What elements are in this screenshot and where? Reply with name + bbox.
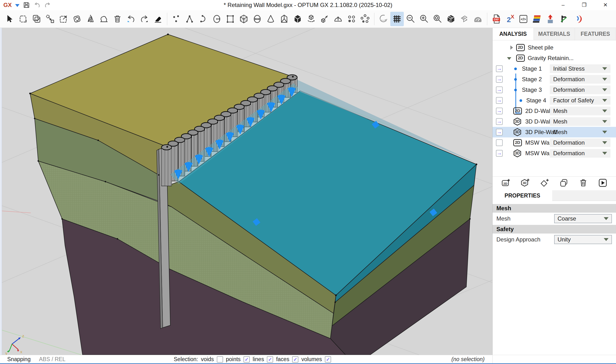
offset-sweep-icon[interactable] <box>97 12 111 26</box>
redo-icon[interactable] <box>138 12 151 26</box>
stage-type-dropdown[interactable]: Deformation <box>550 75 610 84</box>
draw-arc-icon[interactable] <box>196 12 210 26</box>
add-stage-button[interactable] <box>539 177 551 188</box>
draw-box-icon[interactable] <box>237 12 251 26</box>
script-editor-icon[interactable]: </> <box>517 12 530 26</box>
tree-row-stage-4[interactable]: → Stage 4 Factor of Safety <box>492 95 616 106</box>
import-upload-icon[interactable] <box>544 12 557 26</box>
add-3d-analysis-button[interactable]: 3D <box>519 177 531 188</box>
mesh-dropdown[interactable]: Coarse <box>554 214 612 223</box>
tree-row-2d-d-wall[interactable]: → 2D 2D D-Wall Mesh <box>492 106 616 116</box>
draw-points-icon[interactable] <box>170 12 183 26</box>
tab-features[interactable]: FEATURES <box>575 28 616 40</box>
run-checkbox[interactable]: → <box>496 150 503 157</box>
extrude-icon[interactable] <box>318 12 331 26</box>
rotate-shape-icon[interactable] <box>70 12 84 26</box>
draw-wedge-icon[interactable] <box>291 12 304 26</box>
select-tool-icon[interactable] <box>3 12 16 26</box>
undo-icon[interactable] <box>124 12 138 26</box>
erase-icon[interactable] <box>151 12 165 26</box>
tree-row-stage-1[interactable]: → Stage 1 Initial Stress <box>492 64 616 74</box>
tree-row-3d-d-wall[interactable]: → 3D 3D D-Wall Mesh <box>492 116 616 127</box>
scene-3d-view[interactable]: z x y <box>2 28 492 355</box>
delete-button[interactable] <box>577 177 589 188</box>
filter-lines-checkbox[interactable]: ✓ <box>267 356 273 363</box>
zoom-out-icon[interactable] <box>404 12 417 26</box>
tree-row-msw-wall-extruded[interactable]: → 3D MSW Wall - Extr... Deformation <box>492 148 616 158</box>
analysis-type-dropdown[interactable]: Mesh <box>550 128 610 136</box>
minimize-button[interactable]: – <box>552 0 574 10</box>
run-checkbox-unchecked[interactable] <box>496 139 503 146</box>
abs-rel-toggle[interactable]: ABS / REL <box>39 356 65 363</box>
tab-materials[interactable]: MATERIALS <box>534 28 575 40</box>
filter-volumes-checkbox[interactable]: ✓ <box>325 356 331 363</box>
close-button[interactable]: ✕ <box>595 0 616 10</box>
revolve-icon[interactable] <box>304 12 318 26</box>
run-checkbox[interactable]: → <box>496 129 503 135</box>
section-hatch-icon[interactable] <box>458 12 471 26</box>
analysis-type-dropdown[interactable]: Mesh <box>550 107 610 115</box>
stage-label[interactable]: Stage 4 <box>526 97 546 104</box>
redo-icon[interactable] <box>44 1 51 9</box>
pattern-points-icon[interactable] <box>345 12 358 26</box>
analysis-type-dropdown[interactable]: Mesh <box>550 117 610 126</box>
mesh-view-icon[interactable] <box>444 12 458 26</box>
draw-prism-icon[interactable] <box>278 12 291 26</box>
delete-icon[interactable] <box>111 12 124 26</box>
save-icon[interactable] <box>23 1 30 9</box>
expander-expanded-icon[interactable] <box>507 57 511 60</box>
tree-row-gravity-retaining[interactable]: 2D Gravity Retainin... <box>492 53 616 64</box>
tree-row-stage-2[interactable]: → Stage 2 Deformation <box>492 74 616 85</box>
draw-circle-icon[interactable] <box>210 12 224 26</box>
duplicate-button[interactable] <box>558 177 570 188</box>
zoom-selection-icon[interactable] <box>431 12 444 26</box>
run-analysis-button[interactable] <box>597 177 609 188</box>
analysis-type-dropdown[interactable]: Deformation <box>550 138 610 147</box>
resize-node-icon[interactable] <box>57 12 70 26</box>
stage-run-checkbox[interactable]: → <box>496 65 503 72</box>
results-icon[interactable] <box>571 12 584 26</box>
app-menu-caret-icon[interactable] <box>15 4 19 7</box>
mirror-icon[interactable] <box>84 12 97 26</box>
filter-voids-checkbox[interactable] <box>217 356 223 363</box>
analysis-label[interactable]: MSW Wall <box>525 139 552 146</box>
tree-row-msw-wall[interactable]: 2D MSW Wall Deformation <box>492 137 616 148</box>
tree-row-stage-3[interactable]: → Stage 3 Deformation <box>492 85 616 95</box>
stage-type-dropdown[interactable]: Initial Stress <box>550 65 610 73</box>
maximize-button[interactable]: ❐ <box>574 0 595 10</box>
tab-analysis[interactable]: ANALYSIS <box>492 28 534 40</box>
tree-row-3d-pile-wall[interactable]: → 3D 3D Pile-Wall Mesh <box>492 127 616 137</box>
filter-faces-checkbox[interactable]: ✓ <box>292 356 298 363</box>
tree-label[interactable]: Gravity Retainin... <box>528 55 574 62</box>
zoom-in-icon[interactable] <box>417 12 431 26</box>
pile-feature-icon[interactable] <box>557 12 571 26</box>
export-dxf-icon[interactable]: DXF <box>490 12 503 26</box>
undo-icon[interactable] <box>33 1 41 9</box>
analysis-label[interactable]: 2D D-Wall <box>525 108 551 114</box>
stage-type-dropdown[interactable]: Factor of Safety <box>550 96 610 105</box>
analysis-type-dropdown[interactable]: Deformation <box>550 149 610 158</box>
analysis-label[interactable]: 3D D-Wall <box>525 118 551 125</box>
run-checkbox[interactable]: → <box>496 118 503 125</box>
gauge-icon[interactable] <box>471 12 485 26</box>
tree-label[interactable]: Sheet pile <box>528 44 553 51</box>
stage-label[interactable]: Stage 2 <box>522 76 542 83</box>
pattern-cluster-icon[interactable] <box>358 12 372 26</box>
design-approach-dropdown[interactable]: Unity <box>554 235 612 244</box>
snapping-toggle[interactable]: Snapping <box>7 356 30 363</box>
filter-points-checkbox[interactable]: ✓ <box>243 356 250 363</box>
layers-flag-icon[interactable] <box>530 12 544 26</box>
box-select-icon[interactable] <box>16 12 30 26</box>
move-node-icon[interactable] <box>43 12 57 26</box>
stage-run-checkbox[interactable]: → <box>496 87 503 93</box>
loft-dome-icon[interactable] <box>331 12 345 26</box>
draw-polyline-icon[interactable] <box>183 12 196 26</box>
select-check-icon[interactable] <box>30 12 43 26</box>
stage-label[interactable]: Stage 3 <box>522 87 542 93</box>
stage-run-checkbox[interactable]: → <box>496 76 503 83</box>
stage-run-checkbox[interactable]: → <box>496 97 503 104</box>
tree-row-sheet-pile[interactable]: 2D Sheet pile <box>492 42 616 53</box>
tab-properties[interactable]: PROPERTIES <box>492 190 552 201</box>
orbit-view-icon[interactable] <box>377 12 390 26</box>
run-checkbox[interactable]: → <box>496 108 503 114</box>
